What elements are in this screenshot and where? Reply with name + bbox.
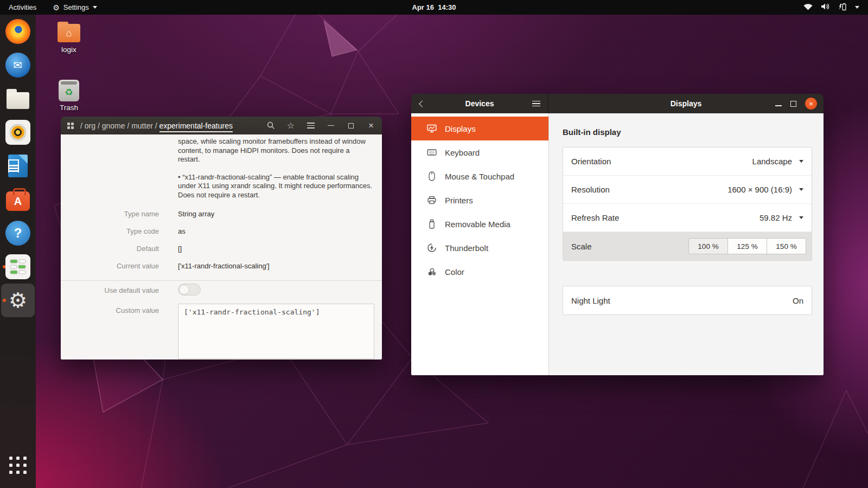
field-label: Current value (61, 262, 159, 270)
dconf-titlebar[interactable]: / org / gnome / mutter / experimental-fe… (61, 117, 382, 134)
resolution-value: 868 × 488 (16:9) (727, 185, 792, 194)
close-button[interactable]: × (367, 121, 375, 130)
chevron-down-icon (799, 216, 803, 219)
dock-item-dconf-editor[interactable] (1, 250, 35, 284)
field-value: [] (178, 245, 182, 253)
desktop-icon-logix[interactable]: ⌂ logix (53, 22, 85, 54)
field-row-type-name: Type name String array (61, 210, 382, 221)
night-light-row[interactable]: Night Light On (563, 286, 812, 314)
system-status-area[interactable] (803, 3, 868, 12)
custom-value-input[interactable]: ['x11-randr-fractional-scaling'] (178, 304, 374, 359)
sidebar-item-printers[interactable]: Printers (411, 188, 548, 212)
use-default-label: Use default value (61, 286, 159, 294)
sidebar-item-label: Thunderbolt (445, 243, 488, 253)
dock-item-ubuntu-software[interactable]: A (1, 183, 35, 216)
wifi-icon (803, 3, 813, 12)
toggle-knob (179, 285, 189, 294)
field-row-current-value: Current value ['x11-randr-fractional-sca… (61, 262, 382, 273)
desktop-icon-label: Trash (53, 104, 85, 112)
settings-sidebar: Displays Keyboard Mouse & Touchpad Print… (411, 113, 548, 375)
firefox-icon (5, 19, 30, 44)
use-default-toggle[interactable] (178, 284, 201, 296)
show-applications-button[interactable] (9, 457, 27, 474)
breadcrumb[interactable]: / org / gnome / mutter / experimental-fe… (80, 121, 233, 130)
battery-icon (838, 3, 847, 12)
house-glyph: ⌂ (66, 28, 72, 39)
chevron-down-icon (799, 160, 803, 163)
dock-item-files[interactable] (1, 82, 35, 115)
row-label: Night Light (571, 296, 793, 305)
dock-item-rhythmbox[interactable] (1, 115, 35, 149)
minimize-button[interactable] (775, 105, 782, 106)
scale-button-group: 100 % 125 % 150 % (688, 238, 806, 254)
libreoffice-writer-icon (5, 153, 30, 178)
section-title: Built-in display (563, 127, 621, 137)
minimize-button[interactable] (327, 121, 335, 130)
resolution-row[interactable]: Resolution 868 × 488 (16:9) (563, 176, 812, 204)
row-label: Scale (571, 242, 688, 251)
maximize-button[interactable] (347, 121, 355, 130)
field-value: as (178, 227, 186, 235)
desktop-icon-trash[interactable]: ♻ Trash (53, 80, 85, 112)
dconf-editor-window: / org / gnome / mutter / experimental-fe… (61, 117, 382, 359)
sidebar-item-thunderbolt[interactable]: Thunderbolt (411, 236, 548, 260)
field-row-default: Default [] (61, 245, 382, 255)
row-label: Resolution (571, 185, 727, 194)
maximize-button[interactable] (790, 101, 796, 107)
sidebar-headerbar: Devices (411, 94, 548, 113)
scale-option-125[interactable]: 125 % (727, 238, 767, 254)
dock-item-settings[interactable]: ⚙ (1, 284, 35, 317)
description-paragraph: • “x11-randr-fractional-scaling” — enabl… (178, 173, 373, 200)
close-icon: × (809, 100, 813, 108)
usb-drive-icon (427, 219, 437, 229)
software-letter: A (14, 195, 22, 208)
clock[interactable]: Apr 16 14:30 (0, 3, 868, 11)
sidebar-item-keyboard[interactable]: Keyboard (411, 140, 548, 164)
sidebar-item-label: Keyboard (445, 148, 480, 157)
breadcrumb-path[interactable]: / org / gnome / mutter / (80, 121, 159, 130)
dock-item-help[interactable]: ? (1, 216, 35, 250)
folder-icon: ⌂ (56, 22, 81, 43)
dock-item-libreoffice-writer[interactable] (1, 149, 35, 183)
settings-window: Devices Displays × Displays (411, 94, 824, 375)
dconf-editor-icon (5, 254, 30, 279)
help-icon: ? (5, 221, 30, 246)
orientation-value: Landscape (752, 157, 792, 166)
menu-icon[interactable] (307, 121, 315, 130)
sidebar-item-mouse-touchpad[interactable]: Mouse & Touchpad (411, 164, 548, 188)
field-label: Type name (61, 210, 159, 218)
displays-icon (427, 124, 437, 133)
scale-option-150[interactable]: 150 % (767, 238, 806, 254)
sidebar-item-label: Removable Media (445, 220, 510, 229)
settings-headerbar[interactable]: Devices Displays × (411, 94, 824, 113)
field-value: String array (178, 210, 214, 218)
ubuntu-software-icon: A (5, 187, 30, 212)
breadcrumb-current-key: experimental-features (159, 121, 233, 132)
dock-item-thunderbird[interactable]: ✉ (1, 48, 35, 82)
search-icon[interactable] (266, 121, 275, 130)
sidebar-item-displays[interactable]: Displays (411, 117, 548, 140)
sidebar-item-color[interactable]: Color (411, 260, 548, 284)
display-settings-card: Orientation Landscape Resolution 1600 × … (563, 147, 812, 261)
keys-grid-icon[interactable] (67, 123, 74, 129)
sidebar-item-removable-media[interactable]: Removable Media (411, 212, 548, 236)
mouse-icon (427, 171, 437, 181)
printer-icon (427, 195, 437, 205)
orientation-row[interactable]: Orientation Landscape (563, 147, 812, 176)
custom-value-label: Custom value (61, 306, 159, 314)
displays-panel: Built-in display Orientation Landscape R… (548, 113, 824, 375)
sidebar-item-label: Color (445, 267, 464, 277)
keyboard-icon (427, 147, 437, 157)
close-button[interactable]: × (805, 98, 817, 110)
dconf-key-page: space, while scaling monitor framebuffer… (61, 134, 382, 359)
scale-option-100[interactable]: 100 % (688, 238, 728, 254)
refresh-rate-row[interactable]: Refresh Rate 59.82 Hz (563, 204, 812, 232)
thunderbolt-icon (427, 243, 437, 253)
dock-item-firefox[interactable] (1, 15, 35, 48)
hamburger-menu-icon[interactable] (532, 101, 540, 107)
row-label: Refresh Rate (571, 213, 760, 222)
description-paragraph: space, while scaling monitor framebuffer… (178, 137, 373, 164)
envelope-glyph: ✉ (14, 59, 23, 72)
bookmark-star-icon[interactable]: ☆ (286, 121, 295, 130)
recycle-glyph: ♻ (65, 87, 73, 98)
